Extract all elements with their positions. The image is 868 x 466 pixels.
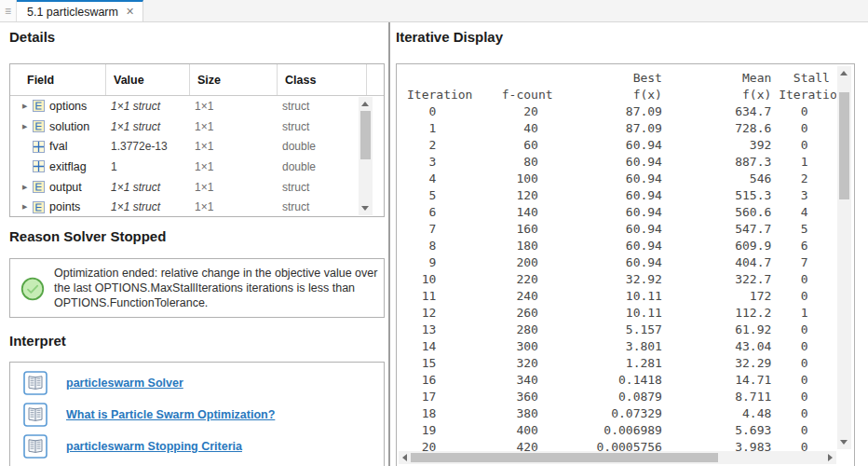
expand-arrow-icon[interactable]: ▶ [22,203,33,211]
details-row-fval[interactable]: fval1.3772e-131×1double [10,136,384,157]
details-row-output[interactable]: ▶output1×1 struct1×1struct [10,177,384,198]
value-cell: 1×1 struct [106,200,190,213]
size-cell: 1×1 [190,100,278,113]
scroll-up-icon[interactable] [361,102,369,106]
reason-text-line: the last OPTIONS.MaxStallIterations iter… [54,281,377,295]
size-cell: 1×1 [190,160,278,173]
book-icon [23,371,47,395]
iterative-hscrollbar[interactable] [399,451,836,464]
expand-arrow-icon[interactable]: ▶ [22,103,33,110]
tab-label: 5.1 particleswarm [27,6,118,19]
field-cell: ▶options [10,100,106,113]
iterative-output: Best Mean Stall Iteration f-count f(x) f… [398,65,836,466]
scroll-left-icon[interactable] [402,454,407,461]
field-cell: exitflag [10,160,106,173]
matrix-icon [33,141,45,153]
doc-link-item: particleswarm Solver [23,371,183,395]
matrix-icon [33,160,45,172]
struct-icon [33,201,45,213]
field-label: exitflag [49,160,87,173]
class-cell: struct [278,120,309,133]
document-content: Details Field Value Size Class ▶options1… [0,22,868,466]
value-cell: 1.3772e-13 [106,140,190,153]
class-cell: struct [278,200,309,213]
value-cell: 1×1 struct [106,181,190,194]
size-cell: 1×1 [190,181,278,194]
iterative-vscrollbar[interactable] [837,66,851,449]
details-col-header-value: Value [106,64,190,95]
details-table: Field Value Size Class ▶options1×1 struc… [9,63,385,217]
scroll-down-icon[interactable] [840,440,848,445]
book-icon [23,403,47,427]
interpret-title: Interpret [9,333,66,349]
details-row-solution[interactable]: ▶solution1×1 struct1×1struct [10,116,384,137]
details-rows: ▶options1×1 struct1×1struct▶solution1×1 … [10,96,384,217]
details-row-options[interactable]: ▶options1×1 struct1×1struct [10,96,384,116]
details-vscrollbar[interactable] [359,97,373,215]
doc-link[interactable]: particleswarm Stopping Criteria [66,440,242,453]
scroll-thumb[interactable] [839,92,849,199]
success-check-icon [20,277,45,301]
doc-link-item: particleswarm Stopping Criteria [23,434,242,459]
field-cell: ▶points [10,200,106,213]
field-cell: ▶solution [10,120,106,133]
scroll-thumb[interactable] [411,453,718,462]
details-col-header-class: Class [278,64,367,95]
size-cell: 1×1 [190,200,278,213]
reason-title: Reason Solver Stopped [9,228,166,244]
field-cell: fval [10,140,106,153]
scroll-thumb[interactable] [360,111,371,159]
hamburger-icon: ≡ [5,5,11,18]
reason-text-line: OPTIONS.FunctionTolerance. [54,295,377,310]
tab-close-icon[interactable]: ✕ [126,7,134,17]
interpret-box: particleswarm SolverWhat is Particle Swa… [9,362,385,466]
iterative-title: Iterative Display [396,29,503,45]
scroll-up-icon[interactable] [840,71,848,75]
class-cell: double [278,160,316,173]
panel-menu-button[interactable]: ≡ [0,0,17,21]
details-row-exitflag[interactable]: exitflag11×1double [10,157,384,177]
class-cell: struct [278,100,309,113]
pane-divider[interactable] [388,22,390,466]
doc-link[interactable]: What is Particle Swarm Optimization? [66,408,275,421]
details-row-points[interactable]: ▶points1×1 struct1×1struct [10,197,384,217]
iterative-box: Best Mean Stall Iteration f-count f(x) f… [396,63,855,466]
expand-arrow-icon[interactable]: ▶ [22,184,33,191]
field-label: points [49,200,80,213]
doc-link[interactable]: particleswarm Solver [66,377,183,390]
struct-icon [33,181,45,193]
field-label: output [49,181,82,194]
book-icon [23,434,47,459]
details-col-header-field: Field [10,64,106,95]
field-label: options [49,100,87,113]
field-label: fval [49,140,67,153]
class-cell: struct [278,181,309,194]
size-cell: 1×1 [190,140,278,153]
struct-icon [33,100,45,112]
tab-particleswarm[interactable]: 5.1 particleswarm ✕ [17,0,143,21]
details-body: ▶options1×1 struct1×1struct▶solution1×1 … [10,96,384,217]
reason-text-line: Optimization ended: relative change in t… [54,266,377,281]
value-cell: 1×1 struct [106,100,190,113]
value-cell: 1×1 struct [106,120,190,133]
details-col-header-size: Size [190,64,278,95]
scroll-right-icon[interactable] [828,454,833,461]
field-cell: ▶output [10,181,106,194]
doc-link-item: What is Particle Swarm Optimization? [23,403,275,427]
details-title: Details [9,29,55,45]
details-header-row: Field Value Size Class [10,64,384,96]
scroll-down-icon[interactable] [361,206,369,211]
reason-text: Optimization ended: relative change in t… [54,266,377,310]
details-header-filler [367,64,384,95]
struct-icon [33,120,45,132]
value-cell: 1 [106,160,190,173]
class-cell: double [278,140,316,153]
tab-bar: ≡ 5.1 particleswarm ✕ [0,0,868,22]
size-cell: 1×1 [190,120,278,133]
reason-box: Optimization ended: relative change in t… [9,258,385,318]
expand-arrow-icon[interactable]: ▶ [22,123,33,130]
field-label: solution [49,120,89,133]
